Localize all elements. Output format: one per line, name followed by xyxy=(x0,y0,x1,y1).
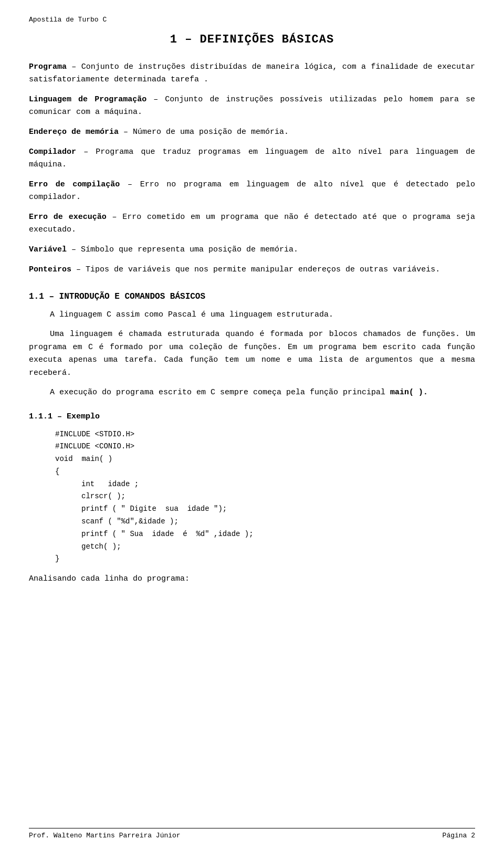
definition-endereco: Endereço de memória – Número de uma posi… xyxy=(29,126,475,139)
term-erro-compilacao: Erro de compilação xyxy=(29,180,120,189)
term-endereco: Endereço de memória xyxy=(29,128,119,137)
definitions-section: Programa – Conjunto de instruções distri… xyxy=(29,61,475,276)
section-1-1-title: 1.1 – INTRODUÇÃO E COMANDOS BÁSICOS xyxy=(29,292,475,301)
term-programa: Programa xyxy=(29,62,67,71)
code-line-1: #INCLUDE <STDIO.H> xyxy=(55,430,134,438)
section-1-1-1: 1.1.1 – Exemplo #INCLUDE <STDIO.H> #INCL… xyxy=(29,412,475,586)
paragraph-1: A linguagem C assim como Pascal é uma li… xyxy=(29,309,475,322)
code-line-2: #INCLUDE <CONIO.H> xyxy=(55,442,134,450)
page-footer: Prof. Walteno Martins Parreira Júnior Pá… xyxy=(29,828,475,839)
code-line-9: printf ( " Sua idade é %d" ,idade ); xyxy=(55,528,475,541)
def-compilador-text: – Programa que traduz programas em lingu… xyxy=(29,148,475,169)
def-endereco-text: – Número de uma posição de memória. xyxy=(123,128,289,137)
page-header: Apostila de Turbo C xyxy=(29,16,475,24)
term-ponteiros: Ponteiros xyxy=(29,265,71,274)
code-line-10: getch( ); xyxy=(55,541,475,553)
code-line-3: void main( ) xyxy=(55,455,112,463)
term-compilador: Compilador xyxy=(29,148,76,156)
code-line-5: int idade ; xyxy=(55,478,475,491)
term-variavel: Variável xyxy=(29,245,67,254)
definition-programa: Programa – Conjunto de instruções distri… xyxy=(29,61,475,86)
code-line-8: scanf ( "%d",&idade ); xyxy=(55,516,475,528)
definition-variavel: Variável – Símbolo que representa uma po… xyxy=(29,244,475,256)
main-title: 1 – DEFINIÇÕES BÁSICAS xyxy=(29,33,475,46)
definition-erro-compilacao: Erro de compilação – Erro no programa em… xyxy=(29,179,475,204)
definition-compilador: Compilador – Programa que traduz program… xyxy=(29,146,475,171)
code-line-4: { xyxy=(55,467,59,476)
code-line-6: clrscr( ); xyxy=(55,490,475,503)
definition-linguagem: Linguagem de Programação – Conjunto de i… xyxy=(29,93,475,119)
def-programa-text: – Conjunto de instruções distribuídas de… xyxy=(29,62,475,84)
def-ponteiros-text: – Tipos de variáveis que nos permite man… xyxy=(76,265,440,274)
def-variavel-text: – Símbolo que representa uma posição de … xyxy=(71,245,298,254)
after-code-text: Analisando cada linha do programa: xyxy=(29,573,475,586)
paragraph-3: A execução do programa escrito em C semp… xyxy=(29,386,475,400)
footer-right: Página 2 xyxy=(443,832,475,839)
footer-left: Prof. Walteno Martins Parreira Júnior xyxy=(29,832,181,839)
paragraph-2: Uma linguagem é chamada estruturada quan… xyxy=(29,328,475,380)
code-line-7: printf ( " Digite sua idade "); xyxy=(55,503,475,516)
section-1-1: 1.1 – INTRODUÇÃO E COMANDOS BÁSICOS A li… xyxy=(29,292,475,400)
main-function-label: main( ). xyxy=(390,388,428,397)
code-line-11: } xyxy=(55,554,59,563)
term-erro-execucao: Erro de execução xyxy=(29,213,107,222)
definition-erro-execucao: Erro de execução – Erro cometido em um p… xyxy=(29,211,475,236)
definition-ponteiros: Ponteiros – Tipos de variáveis que nos p… xyxy=(29,264,475,276)
code-example: #INCLUDE <STDIO.H> #INCLUDE <CONIO.H> vo… xyxy=(29,428,475,566)
subsection-1-1-1-title: 1.1.1 – Exemplo xyxy=(29,412,475,421)
header-label: Apostila de Turbo C xyxy=(29,16,107,24)
term-linguagem: Linguagem de Programação xyxy=(29,95,146,104)
